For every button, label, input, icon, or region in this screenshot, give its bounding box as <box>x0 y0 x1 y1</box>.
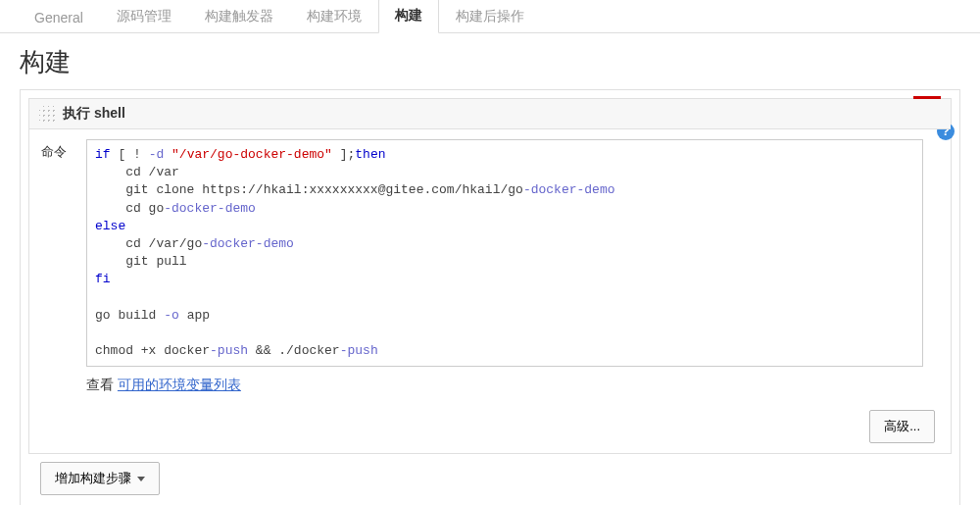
env-vars-prefix: 查看 <box>86 377 118 392</box>
page-title: 构建 <box>0 33 980 89</box>
tabs: General源码管理构建触发器构建环境构建构建后操作 <box>0 0 980 33</box>
command-field-row: 命令 if [ ! -d "/var/go-docker-demo" ];the… <box>29 129 951 367</box>
command-label: 命令 <box>41 139 76 367</box>
tab-3[interactable]: 构建环境 <box>290 0 378 33</box>
tab-1[interactable]: 源码管理 <box>100 0 188 33</box>
shell-step: X ? 执行 shell 命令 if [ ! -d "/var/go-docke… <box>28 98 952 454</box>
tab-0[interactable]: General <box>18 1 100 33</box>
tab-4[interactable]: 构建 <box>378 0 439 33</box>
drag-handle-icon[interactable] <box>39 106 55 122</box>
chevron-down-icon <box>137 477 145 481</box>
step-header[interactable]: 执行 shell <box>29 99 951 129</box>
add-build-step-label: 增加构建步骤 <box>55 470 131 487</box>
tab-2[interactable]: 构建触发器 <box>188 0 290 33</box>
build-section: X ? 执行 shell 命令 if [ ! -d "/var/go-docke… <box>20 89 960 505</box>
tab-5[interactable]: 构建后操作 <box>439 0 541 33</box>
env-vars-row: 查看 可用的环境变量列表 <box>29 367 951 394</box>
advanced-button[interactable]: 高级... <box>869 410 935 443</box>
step-title: 执行 shell <box>63 105 125 123</box>
env-vars-link[interactable]: 可用的环境变量列表 <box>118 377 241 392</box>
command-input[interactable]: if [ ! -d "/var/go-docker-demo" ];then c… <box>86 139 923 367</box>
add-build-step-button[interactable]: 增加构建步骤 <box>40 462 160 495</box>
